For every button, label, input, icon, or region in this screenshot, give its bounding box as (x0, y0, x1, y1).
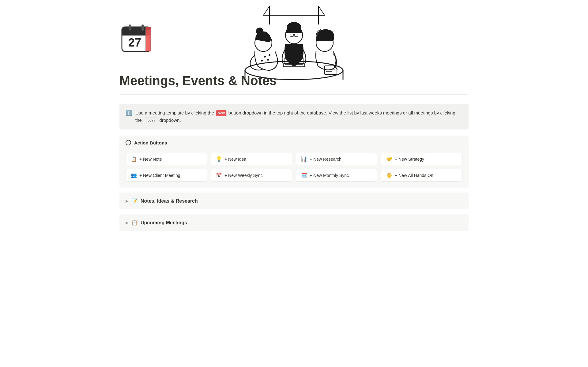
new-weekly-sync-button[interactable]: 📅 + New Weekly Sync (211, 169, 292, 182)
meetings-section-label: Upcoming Meetings (141, 220, 187, 226)
new-research-button[interactable]: 📊 + New Research (296, 153, 377, 165)
svg-point-6 (267, 59, 269, 61)
meetings-section-header[interactable]: ▶ 📋 Upcoming Meetings (119, 214, 469, 231)
svg-point-8 (269, 54, 270, 56)
svg-point-10 (287, 22, 301, 33)
info-box: ℹ️ Use a meeting template by clicking th… (119, 104, 469, 129)
weekly-sync-icon: 📅 (216, 172, 222, 178)
meetings-section-icon: 📋 (131, 220, 138, 226)
new-note-label: + New Note (139, 157, 162, 162)
action-buttons-label: Action Buttons (134, 140, 167, 145)
new-monthly-sync-label: + New Monthly Sync (310, 173, 349, 178)
meetings-section: ▶ 📋 Upcoming Meetings (119, 214, 469, 231)
calendar-icon-container: 27 (119, 21, 153, 55)
svg-text:27: 27 (128, 36, 141, 49)
new-client-meeting-label: + New Client Meeting (139, 173, 180, 178)
calendar-icon: 27 (119, 21, 153, 55)
new-strategy-label: + New Strategy (395, 157, 424, 162)
badge-new: New (216, 110, 226, 116)
new-idea-label: + New Idea (224, 157, 246, 162)
note-icon: 📋 (131, 156, 137, 162)
action-buttons-header[interactable]: Action Buttons (119, 136, 469, 150)
notes-section-icon: 📝 (131, 198, 138, 204)
info-box-text: Use a meeting template by clicking the N… (135, 109, 462, 124)
notes-chevron-icon: ▶ (126, 199, 128, 203)
idea-icon: 💡 (216, 156, 222, 162)
all-hands-icon: 🖐️ (386, 172, 392, 178)
svg-rect-30 (129, 24, 131, 31)
new-idea-button[interactable]: 💡 + New Idea (211, 153, 292, 165)
new-research-label: + New Research (310, 157, 341, 162)
new-note-button[interactable]: 📋 + New Note (126, 153, 207, 165)
monthly-sync-icon: 🗓️ (301, 172, 307, 178)
research-icon: 📊 (301, 156, 307, 162)
svg-rect-11 (290, 34, 294, 36)
svg-rect-31 (141, 24, 144, 31)
strategy-icon: 🤝 (386, 156, 392, 162)
action-buttons-grid: 📋 + New Note 💡 + New Idea 📊 + New Resear… (119, 150, 469, 188)
svg-point-7 (261, 60, 263, 62)
meetings-chevron-icon: ▶ (126, 221, 128, 225)
new-all-hands-button[interactable]: 🖐️ + New All Hands On (381, 169, 462, 182)
svg-rect-12 (294, 34, 298, 36)
new-monthly-sync-button[interactable]: 🗓️ + New Monthly Sync (296, 169, 377, 182)
svg-rect-28 (145, 27, 151, 30)
new-client-meeting-button[interactable]: 👥 + New Client Meeting (126, 169, 207, 182)
svg-rect-29 (148, 51, 151, 51)
svg-point-4 (256, 28, 263, 35)
notes-section-header[interactable]: ▶ 📝 Notes, Ideas & Research (119, 193, 469, 209)
new-strategy-button[interactable]: 🤝 + New Strategy (381, 153, 462, 165)
new-weekly-sync-label: + New Weekly Sync (224, 173, 263, 178)
client-meeting-icon: 👥 (131, 172, 137, 178)
svg-rect-27 (145, 27, 151, 51)
notes-section: ▶ 📝 Notes, Ideas & Research (119, 193, 469, 209)
notes-section-label: Notes, Ideas & Research (141, 198, 198, 204)
radio-icon (126, 140, 131, 145)
info-icon: ℹ️ (126, 110, 132, 116)
new-all-hands-label: + New All Hands On (395, 173, 433, 178)
action-buttons-section: Action Buttons 📋 + New Note 💡 + New Idea… (119, 136, 469, 188)
badge-today: Today (144, 117, 157, 124)
hero-illustration (119, 0, 469, 86)
svg-point-5 (264, 56, 266, 58)
title-divider (119, 94, 469, 95)
page-container: 27 Meetings, Events & Notes ℹ️ Use a mee… (95, 0, 493, 260)
